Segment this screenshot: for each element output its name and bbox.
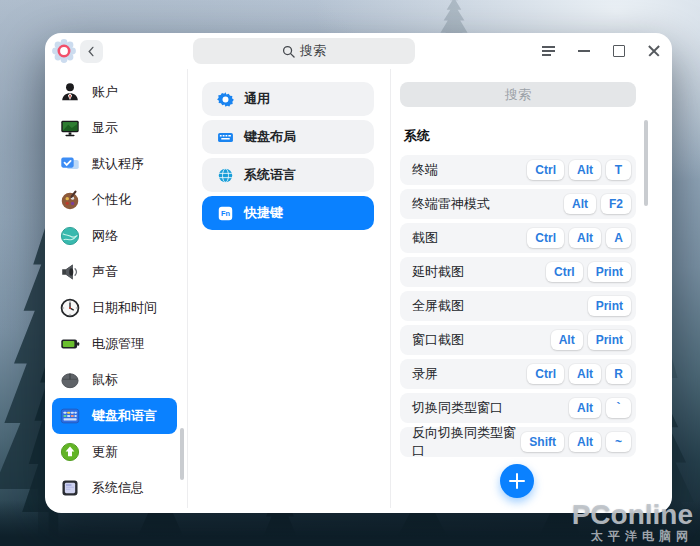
sidebar-item-default-apps[interactable]: 默认程序	[52, 146, 177, 182]
watermark-line1: PConline	[572, 500, 693, 529]
subnav-item-system-language[interactable]: 系统语言	[202, 158, 374, 192]
shortcut-row[interactable]: 终端CtrlAltT	[400, 155, 636, 185]
shortcut-row[interactable]: 全屏截图Print	[400, 291, 636, 321]
titlebar-search-placeholder: 搜索	[300, 42, 326, 60]
keycap: R	[606, 364, 631, 384]
minimize-icon[interactable]	[578, 50, 590, 52]
shortcut-row[interactable]: 截图CtrlAltA	[400, 223, 636, 253]
power-icon	[58, 332, 82, 356]
shortcut-row[interactable]: 窗口截图AltPrint	[400, 325, 636, 355]
subnav-item-label: 通用	[244, 90, 270, 108]
sidebar-item-mouse[interactable]: 鼠标	[52, 362, 177, 398]
sidebar-item-datetime[interactable]: 日期和时间	[52, 290, 177, 326]
close-icon[interactable]	[648, 45, 660, 57]
sidebar-item-label: 声音	[92, 263, 118, 281]
shortcut-keys: CtrlAltA	[522, 228, 631, 248]
back-button[interactable]	[80, 40, 103, 63]
keycap: F2	[601, 194, 631, 214]
shortcut-label: 延时截图	[412, 263, 464, 281]
keyboard-icon	[58, 404, 82, 428]
update-icon	[58, 440, 82, 464]
sidebar-item-label: 显示	[92, 119, 118, 137]
keycap: A	[606, 228, 631, 248]
shortcut-list: 终端CtrlAltT终端雷神模式AltF2截图CtrlAltA延时截图CtrlP…	[400, 155, 636, 457]
sidebar-item-label: 日期和时间	[92, 299, 157, 317]
shortcuts-scrollbar[interactable]	[644, 120, 648, 206]
sidebar-scrollbar[interactable]	[180, 428, 184, 480]
shortcut-label: 终端	[412, 161, 438, 179]
shortcut-label: 窗口截图	[412, 331, 464, 349]
titlebar: 搜索	[45, 33, 672, 69]
sidebar-item-label: 默认程序	[92, 155, 144, 173]
sysinfo-icon	[58, 476, 82, 500]
keycap: Alt	[569, 228, 601, 248]
subnav-item-shortcuts[interactable]: Fn快捷键	[202, 196, 374, 230]
keycap: Ctrl	[527, 228, 564, 248]
subnav-item-general[interactable]: 通用	[202, 82, 374, 116]
shortcut-label: 终端雷神模式	[412, 195, 490, 213]
keycap: Print	[588, 262, 631, 282]
account-icon	[58, 80, 82, 104]
sidebar: 账户显示默认程序个性化网络声音日期和时间电源管理鼠标键盘和语言更新系统信息	[45, 69, 187, 513]
subnav-item-label: 快捷键	[244, 204, 283, 222]
keycap: Alt	[564, 194, 596, 214]
add-shortcut-button[interactable]	[500, 464, 534, 498]
sidebar-item-label: 鼠标	[92, 371, 118, 389]
personalization-icon	[58, 188, 82, 212]
sidebar-item-update[interactable]: 更新	[52, 434, 177, 470]
shortcut-keys: CtrlPrint	[541, 262, 631, 282]
keycap: ~	[606, 432, 631, 452]
keycap: T	[606, 160, 631, 180]
control-center-logo-icon	[51, 38, 77, 64]
settings-window: 搜索 账户显示默认程序个性化网络声音日期和时间电源管理鼠标键盘和语言更新系统信息…	[45, 33, 672, 513]
shortcut-keys: CtrlAltT	[522, 160, 631, 180]
keycap: Alt	[551, 330, 583, 350]
titlebar-search-input[interactable]: 搜索	[193, 38, 415, 64]
subnav-item-label: 键盘布局	[244, 128, 296, 146]
sidebar-item-display[interactable]: 显示	[52, 110, 177, 146]
sidebar-item-power[interactable]: 电源管理	[52, 326, 177, 362]
sound-icon	[58, 260, 82, 284]
shortcut-keys: Alt`	[564, 398, 631, 418]
menu-icon[interactable]	[542, 44, 555, 59]
window-controls	[542, 33, 660, 69]
sidebar-item-network[interactable]: 网络	[52, 218, 177, 254]
subnav-item-label: 系统语言	[244, 166, 296, 184]
shortcut-row[interactable]: 录屏CtrlAltR	[400, 359, 636, 389]
general-icon	[216, 90, 234, 108]
keycap: Alt	[569, 398, 601, 418]
subnav-item-keyboard-layout[interactable]: 键盘布局	[202, 120, 374, 154]
network-icon	[58, 224, 82, 248]
shortcut-label: 截图	[412, 229, 438, 247]
default-apps-icon	[58, 152, 82, 176]
keycap: Alt	[569, 364, 601, 384]
svg-text:Fn: Fn	[220, 209, 230, 218]
sidebar-item-account[interactable]: 账户	[52, 74, 177, 110]
keycap: Alt	[569, 432, 601, 452]
sidebar-item-sound[interactable]: 声音	[52, 254, 177, 290]
keycap: Shift	[521, 432, 564, 452]
keycap: Ctrl	[546, 262, 583, 282]
subnav: 通用键盘布局系统语言Fn快捷键	[188, 69, 390, 513]
sidebar-item-label: 个性化	[92, 191, 131, 209]
sidebar-item-label: 账户	[92, 83, 118, 101]
shortcut-search-button[interactable]: 搜索	[400, 82, 636, 107]
sidebar-item-sysinfo[interactable]: 系统信息	[52, 470, 177, 506]
sidebar-item-keyboard[interactable]: 键盘和语言	[52, 398, 177, 434]
shortcut-keys: AltF2	[559, 194, 631, 214]
sidebar-item-personalization[interactable]: 个性化	[52, 182, 177, 218]
shortcut-row[interactable]: 反向切换同类型窗口ShiftAlt~	[400, 427, 636, 457]
shortcut-row[interactable]: 终端雷神模式AltF2	[400, 189, 636, 219]
section-title: 系统	[404, 127, 636, 145]
shortcut-row[interactable]: 切换同类型窗口Alt`	[400, 393, 636, 423]
shortcut-keys: AltPrint	[546, 330, 631, 350]
shortcuts-fn-icon: Fn	[216, 204, 234, 222]
keycap: Print	[588, 330, 631, 350]
maximize-icon[interactable]	[613, 45, 625, 57]
keycap: `	[606, 398, 631, 418]
shortcut-keys: CtrlAltR	[522, 364, 631, 384]
shortcut-label: 反向切换同类型窗口	[412, 424, 516, 460]
sidebar-item-label: 更新	[92, 443, 118, 461]
datetime-icon	[58, 296, 82, 320]
shortcut-row[interactable]: 延时截图CtrlPrint	[400, 257, 636, 287]
